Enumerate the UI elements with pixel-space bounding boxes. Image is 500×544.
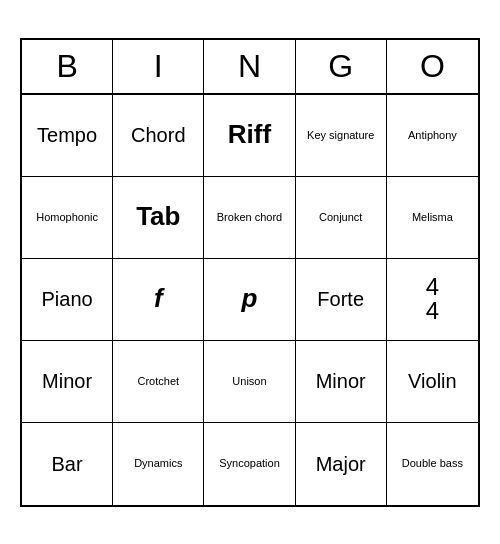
header-letter: G [296,40,387,93]
bingo-card: BINGO TempoChordRiffKey signatureAntipho… [20,38,480,507]
bingo-cell: Major [296,423,387,505]
bingo-cell: Unison [204,341,295,423]
cell-text: Piano [42,287,93,311]
cell-text: Double bass [402,456,463,470]
bingo-header: BINGO [22,40,478,95]
cell-text: Melisma [412,210,453,224]
cell-text: Minor [42,369,92,393]
bingo-cell: Bar [22,423,113,505]
cell-text: Dynamics [134,456,182,470]
bingo-cell: Homophonic [22,177,113,259]
bingo-cell: Tempo [22,95,113,177]
bingo-cell: Minor [22,341,113,423]
cell-text: Homophonic [36,210,98,224]
cell-text: Syncopation [219,456,280,470]
cell-text: Key signature [307,128,374,142]
cell-text: Unison [232,374,266,388]
cell-text: Forte [317,287,364,311]
cell-text: Crotchet [138,374,180,388]
bingo-cell: Crotchet [113,341,204,423]
bingo-cell: p [204,259,295,341]
header-letter: N [204,40,295,93]
bingo-cell: Minor [296,341,387,423]
cell-text: Antiphony [408,128,457,142]
bingo-cell: Antiphony [387,95,478,177]
cell-text: Major [316,452,366,476]
header-letter: I [113,40,204,93]
bingo-cell: Dynamics [113,423,204,505]
bingo-cell: Conjunct [296,177,387,259]
cell-text: Conjunct [319,210,362,224]
header-letter: O [387,40,478,93]
bingo-cell: Melisma [387,177,478,259]
cell-text: 44 [426,275,439,323]
bingo-cell: Violin [387,341,478,423]
bingo-grid: TempoChordRiffKey signatureAntiphonyHomo… [22,95,478,505]
cell-text: Riff [228,119,271,150]
bingo-cell: Syncopation [204,423,295,505]
cell-text: f [154,283,163,314]
bingo-cell: f [113,259,204,341]
bingo-cell: 44 [387,259,478,341]
header-letter: B [22,40,113,93]
bingo-cell: Double bass [387,423,478,505]
bingo-cell: Tab [113,177,204,259]
bingo-cell: Forte [296,259,387,341]
cell-text: p [242,283,258,314]
cell-text: Tempo [37,123,97,147]
bingo-cell: Riff [204,95,295,177]
cell-text: Bar [52,452,83,476]
cell-text: Tab [136,201,180,232]
cell-text: Minor [316,369,366,393]
bingo-cell: Piano [22,259,113,341]
cell-text: Violin [408,369,457,393]
bingo-cell: Chord [113,95,204,177]
cell-text: Chord [131,123,185,147]
bingo-cell: Key signature [296,95,387,177]
cell-text: Broken chord [217,210,282,224]
bingo-cell: Broken chord [204,177,295,259]
